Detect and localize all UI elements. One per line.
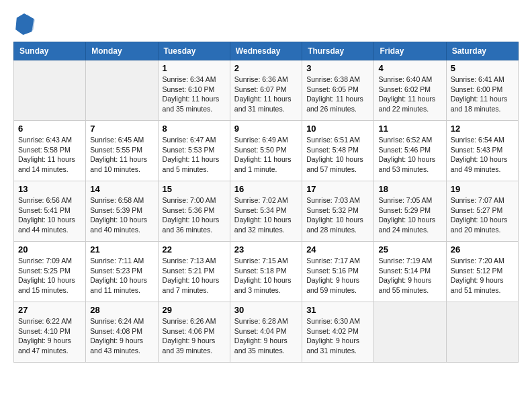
day-info: Sunrise: 7:07 AM Sunset: 5:27 PM Dayligh… [451,195,514,235]
calendar-cell: 31Sunrise: 6:30 AM Sunset: 4:02 PM Dayli… [302,302,374,363]
logo-icon [13,13,35,35]
day-header-friday: Friday [374,42,446,60]
day-number: 19 [451,184,514,194]
day-info: Sunrise: 6:49 AM Sunset: 5:50 PM Dayligh… [234,135,298,175]
day-number: 24 [306,244,369,255]
calendar-cell: 9Sunrise: 6:49 AM Sunset: 5:50 PM Daylig… [230,121,302,181]
day-header-sunday: Sunday [14,42,86,60]
calendar-cell: 16Sunrise: 7:02 AM Sunset: 5:34 PM Dayli… [230,181,302,242]
day-info: Sunrise: 6:24 AM Sunset: 4:08 PM Dayligh… [90,316,153,356]
day-info: Sunrise: 6:45 AM Sunset: 5:55 PM Dayligh… [90,135,153,175]
calendar-cell: 11Sunrise: 6:52 AM Sunset: 5:46 PM Dayli… [374,121,446,181]
calendar-cell [14,60,86,121]
day-number: 2 [234,63,298,73]
calendar-cell: 5Sunrise: 6:41 AM Sunset: 6:00 PM Daylig… [446,60,518,121]
day-info: Sunrise: 6:51 AM Sunset: 5:48 PM Dayligh… [306,135,369,175]
calendar-cell: 30Sunrise: 6:28 AM Sunset: 4:04 PM Dayli… [230,302,302,363]
page-header [13,13,519,35]
day-number: 26 [451,244,514,255]
day-info: Sunrise: 6:26 AM Sunset: 4:06 PM Dayligh… [163,316,226,356]
day-number: 1 [163,63,226,73]
day-number: 28 [90,305,153,315]
day-info: Sunrise: 7:09 AM Sunset: 5:25 PM Dayligh… [18,256,81,295]
day-number: 6 [18,124,81,134]
day-info: Sunrise: 6:47 AM Sunset: 5:53 PM Dayligh… [163,135,226,175]
day-number: 29 [163,305,226,315]
header-row: SundayMondayTuesdayWednesdayThursdayFrid… [14,42,519,60]
calendar-header: SundayMondayTuesdayWednesdayThursdayFrid… [14,42,519,60]
calendar-cell: 27Sunrise: 6:22 AM Sunset: 4:10 PM Dayli… [14,302,86,363]
day-info: Sunrise: 6:54 AM Sunset: 5:43 PM Dayligh… [451,135,514,175]
calendar-cell: 21Sunrise: 7:11 AM Sunset: 5:23 PM Dayli… [86,242,158,302]
day-info: Sunrise: 7:13 AM Sunset: 5:21 PM Dayligh… [163,256,226,295]
calendar-cell: 13Sunrise: 6:56 AM Sunset: 5:41 PM Dayli… [14,181,86,242]
day-number: 17 [306,184,369,194]
day-info: Sunrise: 7:15 AM Sunset: 5:18 PM Dayligh… [234,256,298,295]
calendar-cell: 22Sunrise: 7:13 AM Sunset: 5:21 PM Dayli… [158,242,230,302]
calendar-cell: 18Sunrise: 7:05 AM Sunset: 5:29 PM Dayli… [374,181,446,242]
calendar-cell: 28Sunrise: 6:24 AM Sunset: 4:08 PM Dayli… [86,302,158,363]
day-number: 22 [163,244,226,255]
day-number: 25 [378,244,441,255]
day-number: 13 [18,184,81,194]
day-header-saturday: Saturday [446,42,518,60]
calendar-cell: 12Sunrise: 6:54 AM Sunset: 5:43 PM Dayli… [446,121,518,181]
calendar-week-2: 6Sunrise: 6:43 AM Sunset: 5:58 PM Daylig… [14,121,519,181]
day-info: Sunrise: 7:03 AM Sunset: 5:32 PM Dayligh… [306,195,369,235]
calendar-cell [374,302,446,363]
calendar-body: 1Sunrise: 6:34 AM Sunset: 6:10 PM Daylig… [14,60,519,363]
day-info: Sunrise: 7:02 AM Sunset: 5:34 PM Dayligh… [234,195,298,235]
day-number: 21 [90,244,153,255]
calendar-week-4: 20Sunrise: 7:09 AM Sunset: 5:25 PM Dayli… [14,242,519,302]
day-number: 18 [378,184,441,194]
day-number: 14 [90,184,153,194]
calendar-cell: 26Sunrise: 7:20 AM Sunset: 5:12 PM Dayli… [446,242,518,302]
calendar-cell: 10Sunrise: 6:51 AM Sunset: 5:48 PM Dayli… [302,121,374,181]
calendar-cell: 29Sunrise: 6:26 AM Sunset: 4:06 PM Dayli… [158,302,230,363]
day-number: 30 [234,305,298,315]
day-info: Sunrise: 7:00 AM Sunset: 5:36 PM Dayligh… [163,195,226,235]
day-info: Sunrise: 7:05 AM Sunset: 5:29 PM Dayligh… [378,195,441,235]
day-info: Sunrise: 6:34 AM Sunset: 6:10 PM Dayligh… [163,75,226,114]
calendar-cell [86,60,158,121]
day-number: 10 [306,124,369,134]
day-number: 9 [234,124,298,134]
calendar-week-1: 1Sunrise: 6:34 AM Sunset: 6:10 PM Daylig… [14,60,519,121]
day-info: Sunrise: 6:36 AM Sunset: 6:07 PM Dayligh… [234,75,298,114]
day-info: Sunrise: 6:41 AM Sunset: 6:00 PM Dayligh… [451,75,514,114]
day-header-monday: Monday [86,42,158,60]
calendar-cell: 24Sunrise: 7:17 AM Sunset: 5:16 PM Dayli… [302,242,374,302]
day-info: Sunrise: 6:56 AM Sunset: 5:41 PM Dayligh… [18,195,81,235]
calendar-week-5: 27Sunrise: 6:22 AM Sunset: 4:10 PM Dayli… [14,302,519,363]
calendar-cell: 20Sunrise: 7:09 AM Sunset: 5:25 PM Dayli… [14,242,86,302]
calendar-cell: 19Sunrise: 7:07 AM Sunset: 5:27 PM Dayli… [446,181,518,242]
calendar-cell: 1Sunrise: 6:34 AM Sunset: 6:10 PM Daylig… [158,60,230,121]
calendar-cell: 25Sunrise: 7:19 AM Sunset: 5:14 PM Dayli… [374,242,446,302]
day-info: Sunrise: 6:40 AM Sunset: 6:02 PM Dayligh… [378,75,441,114]
day-number: 3 [306,63,369,73]
calendar-cell: 7Sunrise: 6:45 AM Sunset: 5:55 PM Daylig… [86,121,158,181]
day-header-thursday: Thursday [302,42,374,60]
day-number: 23 [234,244,298,255]
day-number: 11 [378,124,441,134]
day-info: Sunrise: 6:58 AM Sunset: 5:39 PM Dayligh… [90,195,153,235]
calendar-table: SundayMondayTuesdayWednesdayThursdayFrid… [13,42,519,363]
svg-marker-2 [15,13,34,35]
day-header-tuesday: Tuesday [158,42,230,60]
day-info: Sunrise: 7:17 AM Sunset: 5:16 PM Dayligh… [306,256,369,295]
calendar-week-3: 13Sunrise: 6:56 AM Sunset: 5:41 PM Dayli… [14,181,519,242]
day-header-wednesday: Wednesday [230,42,302,60]
day-number: 12 [451,124,514,134]
day-number: 15 [163,184,226,194]
day-number: 16 [234,184,298,194]
day-number: 4 [378,63,441,73]
calendar-cell: 2Sunrise: 6:36 AM Sunset: 6:07 PM Daylig… [230,60,302,121]
day-number: 8 [163,124,226,134]
day-info: Sunrise: 7:11 AM Sunset: 5:23 PM Dayligh… [90,256,153,295]
calendar-cell [446,302,518,363]
day-number: 7 [90,124,153,134]
day-number: 31 [306,305,369,315]
day-number: 20 [18,244,81,255]
day-info: Sunrise: 6:38 AM Sunset: 6:05 PM Dayligh… [306,75,369,114]
calendar-cell: 17Sunrise: 7:03 AM Sunset: 5:32 PM Dayli… [302,181,374,242]
